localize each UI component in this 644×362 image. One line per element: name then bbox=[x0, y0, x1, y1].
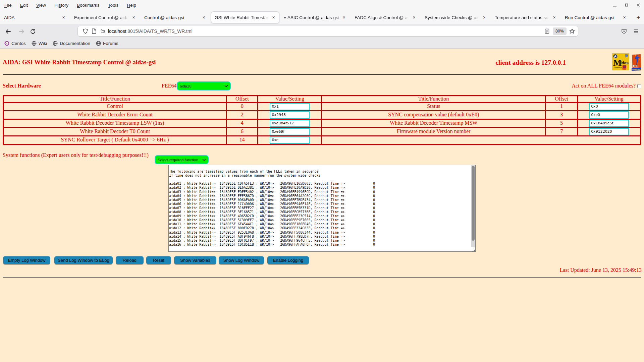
col-header-title: Title/Function bbox=[3, 96, 226, 102]
system-functions-label: System functions (Expert users only for … bbox=[3, 152, 149, 158]
tab-temperature-status[interactable]: Temperature and status scans @ aidas-gsi… bbox=[491, 11, 560, 23]
reg-offset: 1 bbox=[546, 102, 578, 111]
tab-gsi-white-rabbit-active[interactable]: GSI White Rabbit Timestamp Control @ aid… bbox=[211, 11, 279, 23]
bookmark-label: Forums bbox=[103, 41, 118, 46]
zoom-level-button[interactable]: 80% bbox=[553, 27, 567, 35]
forward-icon[interactable] bbox=[19, 28, 25, 35]
table-row: Control 0 Status 1 bbox=[3, 102, 641, 111]
menu-history[interactable]: History bbox=[54, 3, 68, 8]
reg-title: SYNC compensation value (default 0xE0) bbox=[322, 111, 546, 119]
reg-offset: 6 bbox=[226, 127, 258, 136]
url-text[interactable]: localhost:8015/AIDA/TS_WR/TS_WR.tml bbox=[108, 26, 193, 36]
tab-close-icon[interactable]: ✕ bbox=[551, 15, 557, 20]
log-window[interactable] bbox=[168, 165, 476, 252]
reload-icon[interactable] bbox=[30, 28, 36, 35]
empty-log-window-button[interactable]: Empty Log Window bbox=[3, 256, 50, 264]
bookmark-star-icon[interactable] bbox=[569, 28, 575, 34]
menu-tools[interactable]: Tools bbox=[108, 3, 119, 8]
reg-value-cell bbox=[578, 127, 641, 136]
footer-divider bbox=[3, 277, 641, 278]
tab-close-icon[interactable]: ✕ bbox=[341, 15, 347, 20]
bookmark-forums[interactable]: Forums bbox=[96, 41, 118, 46]
act-on-all-checkbox[interactable] bbox=[637, 84, 641, 88]
tab-close-icon[interactable]: ✕ bbox=[271, 15, 276, 20]
window-close-icon[interactable] bbox=[636, 2, 641, 8]
shield-icon[interactable] bbox=[83, 28, 88, 34]
reg-value-input[interactable] bbox=[270, 120, 310, 127]
tab-title: System wide Checks @ aidas-gsi bbox=[425, 15, 479, 20]
reg-value-cell bbox=[258, 127, 322, 136]
tab-close-icon[interactable]: ✕ bbox=[481, 15, 487, 20]
reg-offset: 14 bbox=[226, 136, 258, 144]
reg-value-input[interactable] bbox=[270, 128, 310, 135]
midas-logo[interactable]: M idas powered by POWERED bbox=[612, 53, 629, 70]
reader-mode-icon[interactable] bbox=[544, 28, 550, 34]
reg-title: Status bbox=[322, 102, 546, 111]
reg-value-input[interactable] bbox=[270, 136, 310, 144]
reset-button[interactable]: Reset bbox=[146, 256, 171, 264]
tcl-powered-logo[interactable]: TCL POWERED bbox=[632, 54, 641, 71]
reg-title: White Rabbit Decoder T0 Count bbox=[3, 127, 226, 136]
tab-system-checks[interactable]: System wide Checks @ aidas-gsi ✕ bbox=[421, 11, 490, 23]
tab-title: Experiment Control @ aidas-gsi bbox=[74, 15, 128, 20]
enable-logging-button[interactable]: Enable Logging bbox=[267, 256, 309, 264]
bookmark-documentation[interactable]: Documentation bbox=[53, 41, 90, 46]
tab-close-icon[interactable]: ✕ bbox=[411, 15, 417, 20]
col-header-value: Value/Setting bbox=[578, 96, 641, 102]
new-tab-button[interactable]: + bbox=[634, 13, 643, 22]
tab-close-icon[interactable]: ✕ bbox=[622, 15, 627, 20]
reg-value-input[interactable] bbox=[270, 103, 310, 110]
reg-value-input[interactable] bbox=[589, 103, 629, 110]
reg-value-input[interactable] bbox=[589, 120, 629, 127]
tab-title: Temperature and status scans @ aidas-gsi bbox=[495, 15, 549, 20]
reg-value-input[interactable] bbox=[270, 111, 310, 119]
menu-edit[interactable]: Edit bbox=[20, 3, 28, 8]
tab-control[interactable]: Control @ aidas-gsi ✕ bbox=[141, 11, 209, 23]
window-minimize-icon[interactable] bbox=[612, 2, 618, 8]
tab-title: Control @ aidas-gsi bbox=[144, 15, 198, 20]
hamburger-menu-icon[interactable] bbox=[633, 28, 639, 35]
menu-file[interactable]: File bbox=[4, 3, 12, 8]
bookmark-wiki[interactable]: Wiki bbox=[32, 41, 47, 46]
tab-close-icon[interactable]: ✕ bbox=[201, 15, 207, 20]
back-icon[interactable] bbox=[5, 28, 11, 35]
fee64-label: FEE64 bbox=[162, 83, 176, 89]
tab-fadc-align[interactable]: FADC Align & Control @ aidas-gsi ✕ bbox=[351, 11, 420, 23]
reload-button[interactable]: Reload bbox=[116, 256, 144, 264]
table-row: White Rabbit Decoder T0 Count 6 Firmware… bbox=[3, 127, 641, 136]
tab-close-icon[interactable]: ✕ bbox=[131, 15, 137, 20]
page-content: AIDA: GSI White Rabbit Timestamp Control… bbox=[0, 49, 644, 362]
svg-text:POWERED: POWERED bbox=[632, 68, 641, 70]
url-bar[interactable]: localhost:8015/AIDA/TS_WR/TS_WR.tml 80% bbox=[78, 26, 578, 36]
menu-bookmarks[interactable]: Bookmarks bbox=[77, 3, 100, 8]
url-host: localhost bbox=[108, 29, 126, 34]
page-info-icon[interactable] bbox=[92, 28, 97, 34]
system-functions-select[interactable]: Select required function bbox=[155, 155, 209, 164]
show-log-window-button[interactable]: Show Log Window bbox=[219, 256, 264, 264]
reg-value-input[interactable] bbox=[589, 128, 629, 135]
tab-experiment-control[interactable]: Experiment Control @ aidas-gsi ✕ bbox=[71, 11, 139, 23]
col-header-offset: Offset bbox=[546, 96, 578, 102]
table-header-row: Title/Function Offset Value/Setting Titl… bbox=[3, 96, 641, 102]
tab-close-icon[interactable]: ✕ bbox=[61, 15, 66, 20]
tab-asic-control[interactable]: ASIC Control @ aidas-gsi ✕ bbox=[281, 11, 350, 23]
act-on-all-label: Act on ALL FEE64 modules? bbox=[572, 83, 636, 89]
tab-run-control[interactable]: Run Control @ aidas-gsi ✕ bbox=[561, 11, 630, 23]
window-restore-icon[interactable] bbox=[624, 2, 629, 8]
client-address: client address is 127.0.0.1 bbox=[495, 59, 566, 66]
menu-help[interactable]: Help bbox=[127, 3, 136, 8]
tab-aida[interactable]: AIDA ✕ bbox=[1, 11, 69, 23]
pocket-icon[interactable] bbox=[621, 28, 627, 35]
bookmark-label: Wiki bbox=[39, 41, 47, 46]
permissions-sliders-icon[interactable] bbox=[100, 28, 106, 34]
show-variables-button[interactable]: Show Variables bbox=[174, 256, 216, 264]
reg-value-cell bbox=[258, 102, 322, 111]
fee64-select[interactable]: aida10 bbox=[177, 81, 231, 90]
globe-icon bbox=[53, 41, 58, 46]
reg-value-cell bbox=[578, 111, 641, 119]
table-row: White Rabbit Decoder Error Count 2 SYNC … bbox=[3, 111, 641, 119]
send-log-to-elog-button[interactable]: Send Log Window to ELog bbox=[54, 256, 113, 264]
reg-value-input[interactable] bbox=[589, 111, 629, 119]
menu-view[interactable]: View bbox=[36, 3, 46, 8]
bookmark-centos[interactable]: Centos bbox=[4, 41, 26, 46]
